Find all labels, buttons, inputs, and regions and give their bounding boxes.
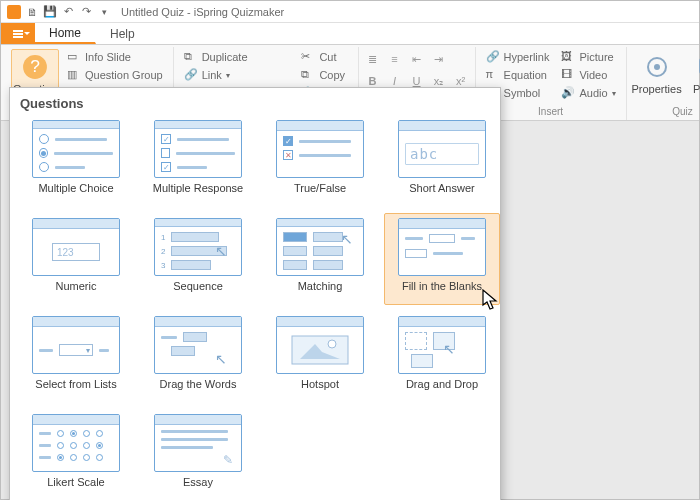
qat-dropdown-icon[interactable]: ▾ (97, 5, 111, 19)
tab-row: Home Help (1, 23, 699, 45)
svg-point-9 (328, 340, 336, 348)
qtype-drag-and-drop[interactable]: ↖ Drag and Drop (384, 311, 500, 403)
svg-point-3 (654, 64, 660, 70)
hyperlink-button[interactable]: 🔗Hyperlink (482, 49, 554, 65)
picture-button[interactable]: 🖼Picture (557, 49, 619, 65)
qtype-short-answer[interactable]: abc Short Answer (384, 115, 500, 207)
picture-icon: 🖼 (561, 50, 575, 64)
indent-icon[interactable]: ⇥ (431, 51, 447, 67)
redo-icon[interactable]: ↷ (79, 5, 93, 19)
duplicate-button[interactable]: ⧉Duplicate (180, 49, 290, 65)
cut-icon: ✂ (301, 50, 315, 64)
undo-icon[interactable]: ↶ (61, 5, 75, 19)
save-icon[interactable]: 💾 (43, 5, 57, 19)
new-doc-icon[interactable]: 🗎 (25, 5, 39, 19)
window-title: Untitled Quiz - iSpring Quizmaker (121, 6, 284, 18)
slide-icon: ▭ (67, 50, 81, 64)
file-tab[interactable] (1, 23, 35, 44)
bullets-icon[interactable]: ≣ (365, 51, 381, 67)
qtype-numeric[interactable]: 123 Numeric (18, 213, 134, 305)
group-label-quiz: Quiz (633, 106, 700, 120)
svg-text:?: ? (30, 56, 40, 76)
group-label-insert: Insert (482, 106, 620, 120)
qtype-drag-the-words[interactable]: ↖ Drag the Words (140, 311, 256, 403)
qtype-multiple-response[interactable]: ✓ ✓ Multiple Response (140, 115, 256, 207)
equation-button[interactable]: πEquation (482, 67, 554, 83)
cut-button[interactable]: ✂Cut (297, 49, 351, 65)
copy-icon: ⧉ (301, 68, 315, 82)
group-icon: ▥ (67, 68, 81, 82)
link-icon: 🔗 (184, 68, 198, 82)
numbering-icon[interactable]: ≡ (387, 51, 403, 67)
audio-icon: 🔊 (561, 86, 575, 100)
qtype-select-from-lists[interactable]: ▾ Select from Lists (18, 311, 134, 403)
qtype-multiple-choice[interactable]: Multiple Choice (18, 115, 134, 207)
question-icon: ? (20, 52, 50, 82)
hyperlink-icon: 🔗 (486, 50, 500, 64)
equation-icon: π (486, 68, 500, 82)
video-icon: 🎞 (561, 68, 575, 82)
questions-heading: Questions (18, 94, 492, 115)
cursor-icon (482, 289, 500, 311)
qtype-true-false[interactable]: ✓ ✕ True/False (262, 115, 378, 207)
app-logo-icon (7, 5, 21, 19)
player-icon (694, 52, 700, 82)
tab-help[interactable]: Help (96, 23, 150, 44)
outdent-icon[interactable]: ⇤ (409, 51, 425, 67)
copy-button[interactable]: ⧉Copy (297, 67, 351, 83)
qtype-sequence[interactable]: 1 2 3 ↖ Sequence (140, 213, 256, 305)
qtype-matching[interactable]: ↖ Matching (262, 213, 378, 305)
duplicate-icon: ⧉ (184, 50, 198, 64)
info-slide-button[interactable]: ▭Info Slide (63, 49, 167, 65)
video-button[interactable]: 🎞Video (557, 67, 619, 83)
qtype-essay[interactable]: ✎ Essay (140, 409, 256, 500)
questions-dropdown-panel: Questions Multiple Choice ✓ ✓ Multiple R… (9, 87, 501, 500)
player-button[interactable]: Player (685, 49, 700, 98)
question-group-button[interactable]: ▥Question Group (63, 67, 167, 83)
link-button[interactable]: 🔗Link ▾ (180, 67, 290, 83)
properties-button[interactable]: Properties (633, 49, 681, 98)
properties-icon (642, 52, 672, 82)
title-bar: 🗎 💾 ↶ ↷ ▾ Untitled Quiz - iSpring Quizma… (1, 1, 699, 23)
qtype-likert-scale[interactable]: Likert Scale (18, 409, 134, 500)
tab-home[interactable]: Home (35, 23, 96, 44)
qtype-hotspot[interactable]: Hotspot (262, 311, 378, 403)
audio-button[interactable]: 🔊Audio ▾ (557, 85, 619, 101)
